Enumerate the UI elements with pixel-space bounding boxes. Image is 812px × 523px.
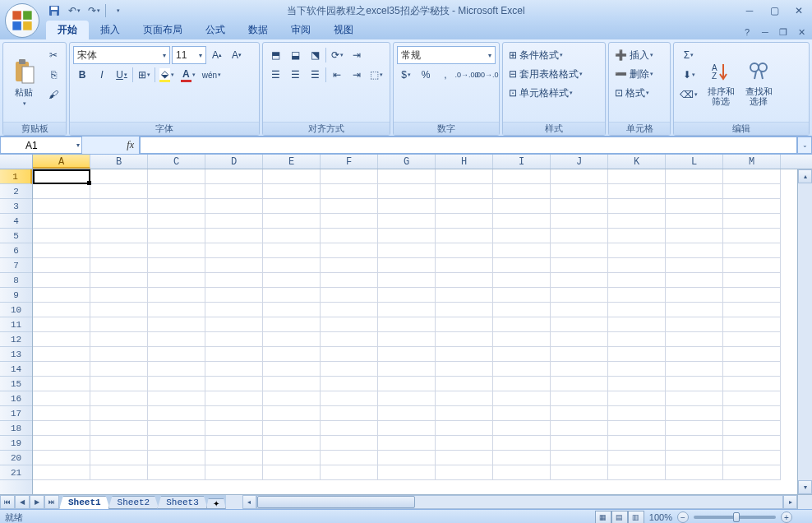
cell[interactable]: [148, 436, 205, 451]
cell[interactable]: [436, 347, 493, 362]
row-header[interactable]: 6: [0, 243, 32, 258]
font-size-combo[interactable]: 11▾: [172, 46, 206, 64]
cell[interactable]: [666, 451, 723, 465]
cells-area[interactable]: [33, 169, 797, 494]
cell[interactable]: [263, 243, 321, 258]
cell[interactable]: [148, 406, 205, 421]
cell[interactable]: [493, 229, 551, 243]
row-header[interactable]: 3: [0, 199, 32, 214]
sheet-nav-prev[interactable]: ◀: [15, 495, 30, 509]
cell[interactable]: [551, 214, 608, 229]
cell[interactable]: [666, 288, 723, 303]
cell[interactable]: [551, 421, 608, 436]
cell[interactable]: [436, 243, 493, 258]
select-all-corner[interactable]: [0, 155, 33, 169]
cell[interactable]: [321, 169, 378, 184]
cell[interactable]: [263, 347, 321, 362]
cell[interactable]: [666, 436, 723, 451]
cell[interactable]: [263, 303, 321, 317]
cell[interactable]: [378, 243, 436, 258]
row-header[interactable]: 13: [0, 347, 32, 362]
cell[interactable]: [493, 421, 551, 436]
cell[interactable]: [90, 169, 148, 184]
underline-button[interactable]: U▾: [113, 66, 131, 84]
cell[interactable]: [723, 184, 781, 199]
cell[interactable]: [551, 273, 608, 288]
cell[interactable]: [205, 243, 263, 258]
cell[interactable]: [321, 377, 378, 391]
copy-button[interactable]: ⎘: [44, 66, 62, 84]
font-name-combo[interactable]: 宋体▾: [73, 46, 170, 64]
cell[interactable]: [666, 347, 723, 362]
cell[interactable]: [551, 465, 608, 480]
cell[interactable]: [436, 451, 493, 465]
row-header[interactable]: 7: [0, 258, 32, 273]
cell[interactable]: [666, 169, 723, 184]
cell[interactable]: [263, 214, 321, 229]
cell[interactable]: [551, 229, 608, 243]
cell[interactable]: [666, 391, 723, 406]
cell[interactable]: [493, 406, 551, 421]
cell[interactable]: [205, 273, 263, 288]
cell[interactable]: [436, 229, 493, 243]
comma-button[interactable]: ,: [436, 66, 454, 84]
cell[interactable]: [378, 199, 436, 214]
row-header[interactable]: 10: [0, 303, 32, 317]
cell[interactable]: [263, 332, 321, 347]
cell[interactable]: [608, 273, 666, 288]
sheet-tab[interactable]: Sheet1: [59, 496, 110, 509]
clear-button[interactable]: ⌫▾: [677, 86, 700, 104]
save-button[interactable]: [46, 2, 62, 19]
hscroll-right-button[interactable]: ▸: [783, 495, 797, 509]
cell[interactable]: [493, 362, 551, 377]
cell[interactable]: [321, 347, 378, 362]
insert-cells-button[interactable]: ➕ 插入▾: [612, 46, 667, 64]
cell[interactable]: [493, 169, 551, 184]
cell[interactable]: [263, 421, 321, 436]
zoom-slider-thumb[interactable]: [733, 512, 740, 522]
tab-2[interactable]: 页面布局: [131, 21, 194, 39]
cell[interactable]: [493, 214, 551, 229]
row-header[interactable]: 16: [0, 391, 32, 406]
cell[interactable]: [148, 288, 205, 303]
cell[interactable]: [723, 303, 781, 317]
cell[interactable]: [205, 199, 263, 214]
cell[interactable]: [378, 317, 436, 332]
cell[interactable]: [148, 258, 205, 273]
fx-button[interactable]: fx: [127, 139, 134, 151]
cell[interactable]: [33, 332, 90, 347]
tab-4[interactable]: 数据: [237, 21, 279, 39]
cell[interactable]: [33, 391, 90, 406]
cell[interactable]: [205, 332, 263, 347]
cell[interactable]: [551, 332, 608, 347]
cell[interactable]: [148, 421, 205, 436]
cell[interactable]: [263, 377, 321, 391]
cell[interactable]: [205, 377, 263, 391]
cell[interactable]: [723, 273, 781, 288]
cell[interactable]: [33, 362, 90, 377]
cell[interactable]: [148, 273, 205, 288]
cell[interactable]: [608, 332, 666, 347]
cell[interactable]: [263, 465, 321, 480]
fill-button[interactable]: ⬇▾: [677, 66, 700, 84]
cell[interactable]: [436, 317, 493, 332]
cell[interactable]: [436, 184, 493, 199]
column-header[interactable]: K: [608, 155, 666, 169]
increase-indent-button[interactable]: ⇥: [348, 66, 366, 84]
cell[interactable]: [321, 199, 378, 214]
row-header[interactable]: 14: [0, 362, 32, 377]
cell[interactable]: [551, 451, 608, 465]
cell[interactable]: [263, 184, 321, 199]
cell[interactable]: [263, 362, 321, 377]
cell[interactable]: [378, 303, 436, 317]
cell[interactable]: [321, 317, 378, 332]
cell[interactable]: [33, 169, 90, 184]
cell[interactable]: [723, 436, 781, 451]
cell[interactable]: [608, 436, 666, 451]
cell[interactable]: [90, 465, 148, 480]
cell[interactable]: [493, 273, 551, 288]
cell[interactable]: [263, 288, 321, 303]
sheet-nav-next[interactable]: ▶: [30, 495, 44, 509]
sort-filter-button[interactable]: AZ 排序和 筛选: [704, 46, 738, 118]
undo-button[interactable]: ↶▾: [66, 2, 82, 19]
